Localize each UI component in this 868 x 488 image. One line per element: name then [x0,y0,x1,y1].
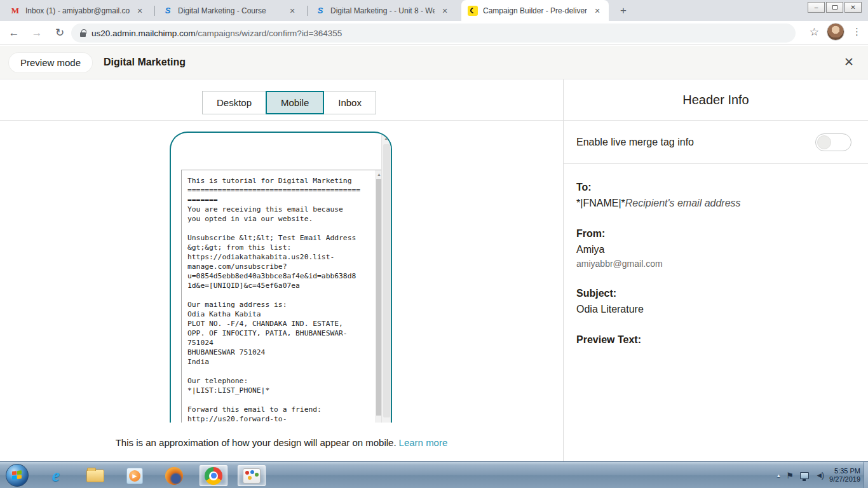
campaign-title: Digital Marketing [104,57,186,68]
show-hidden-icons[interactable]: ▴ [777,472,780,478]
note-text: This is an approximation of how your des… [116,437,397,448]
preview-mode-bar: Preview mode Digital Marketing ✕ [0,46,868,79]
scroll-up-icon[interactable]: ▲ [382,133,391,141]
to-hint: Recipient's email address [625,198,741,208]
tab-separator [307,6,308,16]
subject-value: Odia Literature [576,304,855,315]
clock-time: 5:35 PM [829,467,860,475]
subject-label: Subject: [576,288,855,299]
close-preview-icon[interactable]: ✕ [841,55,857,69]
preview-pane: Desktop Mobile Inbox This is tutorial fo… [0,79,563,461]
preview-text-block: Preview Text: [576,334,855,346]
media-player-icon: ▶ [126,468,143,484]
device-toggle-row: Desktop Mobile Inbox [0,79,563,121]
from-email: amiyabbr@gmail.com [576,259,855,269]
url-path: /campaigns/wizard/confirm?id=364355 [196,29,342,38]
taskbar-paint-active[interactable] [238,465,266,486]
tab-title: Digital Marketing - Course [178,6,282,15]
speaker-icon[interactable]: ◄) [815,471,823,480]
subject-block: Subject: Odia Literature [576,288,855,315]
mobile-phone-frame: This is tutorial for Digital Marketing =… [170,132,392,423]
show-desktop-button[interactable] [864,462,868,488]
header-info-fields: To: *|FNAME|*Recipient's email address F… [564,164,868,346]
taskbar-internet-explorer[interactable]: e [42,465,70,486]
clock-date: 9/27/2019 [829,475,860,484]
firefox-icon [165,467,183,485]
paint-icon [243,468,261,484]
preview-mode-badge: Preview mode [9,53,92,72]
toggle-knob [817,135,831,149]
browser-tab-strip: M Inbox (1) - amiyabbr@gmail.com ✕ S Dig… [0,0,868,21]
windows-logo-icon [12,470,22,480]
taskbar-firefox[interactable] [160,465,188,486]
url-domain: us20.admin.mailchimp.com [92,29,196,38]
start-button[interactable] [6,464,29,487]
email-plaintext-content: This is tutorial for Digital Marketing =… [187,176,370,423]
to-merge-tag: *|FNAME|* [576,198,625,208]
taskbar-file-explorer[interactable] [81,465,109,486]
scribd-icon: S [315,6,325,16]
from-block: From: Amiya amiyabbr@gmail.com [576,228,855,269]
tab-digital-marketing-course[interactable]: S Digital Marketing - Course ✕ [156,0,304,21]
gmail-icon: M [10,6,20,16]
system-tray: ▴ ⚑ ◄) 5:35 PM 9/27/2019 [777,462,863,488]
to-label: To: [576,182,855,193]
header-info-panel: Header Info Enable live merge tag info T… [563,79,868,461]
url-text[interactable]: us20.admin.mailchimp.com/campaigns/wizar… [92,29,342,38]
reload-button[interactable]: ↻ [51,24,69,42]
learn-more-link[interactable]: Learn more [399,437,448,448]
bookmark-star-icon[interactable]: ☆ [810,25,819,39]
folder-icon [86,470,104,482]
tab-title: Campaign Builder - Pre-delivery ( [483,6,587,15]
scribd-icon: S [163,6,173,16]
tab-title: Digital Marketing - - Unit 8 - We [330,6,435,15]
email-content-box: This is tutorial for Digital Marketing =… [181,170,384,423]
new-tab-button[interactable]: + [615,3,632,19]
forward-button[interactable]: → [28,24,46,42]
from-label: From: [576,228,855,240]
taskbar-chrome-active[interactable] [200,465,227,486]
to-block: To: *|FNAME|*Recipient's email address [576,182,855,209]
close-tab-icon[interactable]: ✕ [440,6,450,16]
preview-scrollbar[interactable]: ▲ [381,133,391,423]
minimize-button[interactable]: – [808,2,825,13]
mobile-approximation-note: This is an approximation of how your des… [0,437,563,448]
merge-toggle-label: Enable live merge tag info [576,137,694,148]
inbox-toggle-button[interactable]: Inbox [324,91,376,114]
tab-title: Inbox (1) - amiyabbr@gmail.com [25,6,130,15]
close-tab-icon[interactable]: ✕ [135,6,145,16]
taskbar-clock[interactable]: 5:35 PM 9/27/2019 [829,467,863,484]
address-bar[interactable]: us20.admin.mailchimp.com/campaigns/wizar… [71,24,796,43]
close-window-button[interactable]: ✕ [844,2,862,13]
tab-digital-marketing-unit8[interactable]: S Digital Marketing - - Unit 8 - We ✕ [309,0,456,21]
close-tab-icon[interactable]: ✕ [592,6,602,16]
restore-icon [832,5,837,10]
device-segmented-control: Desktop Mobile Inbox [202,91,376,114]
window-controls: – ✕ [808,2,862,13]
header-info-title: Header Info [564,79,868,121]
internet-explorer-icon: e [52,466,60,485]
close-tab-icon[interactable]: ✕ [287,6,297,16]
profile-avatar[interactable] [827,23,844,41]
action-center-flag-icon[interactable]: ⚑ [787,471,794,480]
restore-button[interactable] [826,2,843,13]
taskbar-media-player[interactable]: ▶ [121,465,149,486]
chrome-menu-icon[interactable]: ⋮ [852,26,862,37]
lock-icon[interactable] [80,32,86,37]
desktop-toggle-button[interactable]: Desktop [202,91,266,114]
tab-gmail-inbox[interactable]: M Inbox (1) - amiyabbr@gmail.com ✕ [4,0,151,21]
merge-tag-toggle[interactable] [815,133,851,151]
chrome-icon [205,467,222,485]
merge-tag-row: Enable live merge tag info [564,121,868,164]
tab-separator [154,6,155,16]
back-button[interactable]: ← [5,24,23,42]
scrollbar-thumb[interactable] [383,144,390,417]
tab-campaign-builder-active[interactable]: Campaign Builder - Pre-delivery ( ✕ [461,0,609,21]
preview-text-label: Preview Text: [576,334,855,346]
mailchimp-icon [468,6,478,16]
windows-taskbar: e ▶ ▴ ⚑ ◄) 5:35 PM 9/27/2019 [0,461,868,488]
from-name: Amiya [576,244,855,255]
network-icon[interactable] [800,472,809,479]
mobile-toggle-button[interactable]: Mobile [266,91,324,114]
